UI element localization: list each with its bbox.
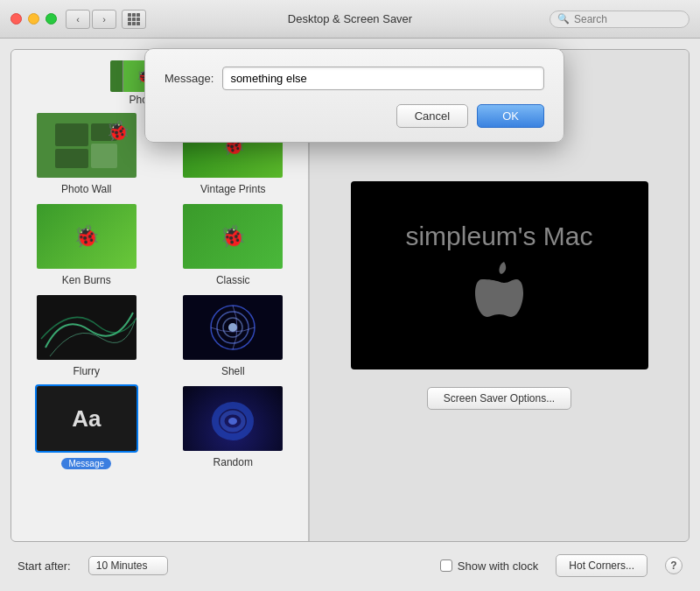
modal-label: Message: [164, 72, 214, 85]
modal-message-input[interactable] [222, 67, 544, 90]
modal-input-row: Message: [164, 67, 544, 90]
modal-ok-button[interactable]: OK [477, 104, 544, 128]
modal-cancel-button[interactable]: Cancel [396, 104, 468, 128]
modal-overlay: Message: Cancel OK [0, 0, 700, 591]
modal-buttons: Cancel OK [164, 104, 544, 128]
modal-dialog: Message: Cancel OK [144, 48, 564, 143]
